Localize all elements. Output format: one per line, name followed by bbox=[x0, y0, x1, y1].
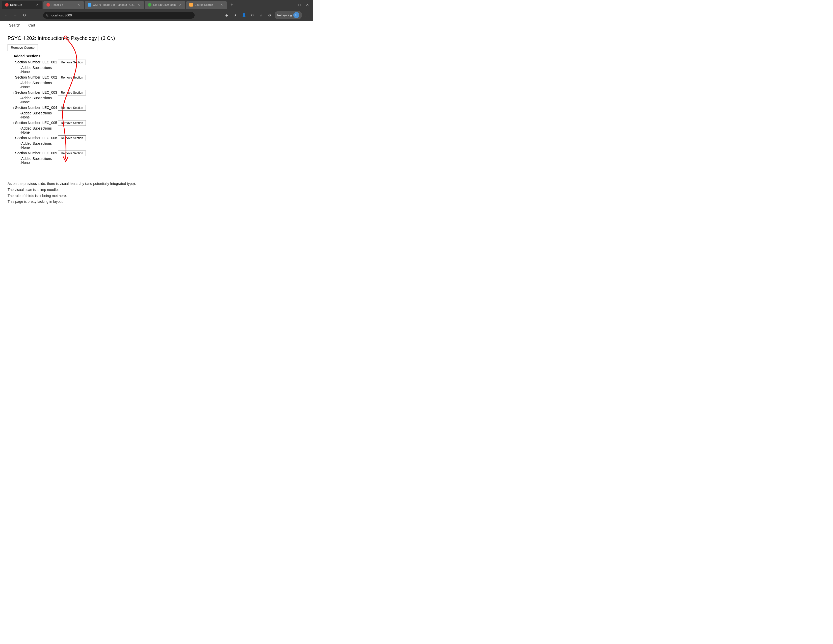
subsections-006: Added Subsections bbox=[13, 142, 306, 145]
reload-button[interactable]: ↻ bbox=[21, 11, 28, 19]
tab-cs571[interactable]: CS571_React 1 β_Handout - Go... ✕ bbox=[85, 1, 144, 9]
section-number-label-001: Section Number: LEC_001 bbox=[15, 60, 58, 64]
none-list-001: None bbox=[13, 70, 306, 74]
bookmark-button[interactable]: ★ bbox=[232, 11, 239, 19]
subsections-004: Added Subsections bbox=[13, 111, 306, 115]
extensions-button[interactable]: ◆ bbox=[223, 11, 230, 19]
menu-button[interactable]: … bbox=[304, 11, 310, 19]
tab-favicon-5 bbox=[189, 3, 193, 6]
minimize-button[interactable]: ─ bbox=[288, 1, 295, 8]
tab-label-5: Course Search bbox=[195, 3, 218, 6]
section-number-label-006: Section Number: LEC_006 bbox=[15, 136, 58, 140]
annotation-line-4: This page is pretty lacking in layout. bbox=[8, 199, 306, 205]
none-list-006: None bbox=[13, 145, 306, 150]
section-item-005: Section Number: LEC_005 Remove Section A… bbox=[13, 120, 306, 134]
app-tabs: Search Cart bbox=[0, 21, 313, 30]
new-tab-button[interactable]: + bbox=[228, 1, 236, 9]
tab-close-5[interactable]: ✕ bbox=[220, 3, 224, 6]
subsections-005: Added Subsections bbox=[13, 126, 306, 130]
none-item-009: None bbox=[20, 161, 306, 165]
none-list-005: None bbox=[13, 130, 306, 134]
browser-titlebar: React 1 β ✕ React 1 α ✕ CS571_React 1 β_… bbox=[0, 0, 313, 10]
remove-section-button-006[interactable]: Remove Section bbox=[58, 135, 86, 141]
section-item-002: Section Number: LEC_002 Remove Section A… bbox=[13, 75, 306, 89]
subsections-009: Added Subsections bbox=[13, 156, 306, 161]
tab-react-alpha[interactable]: React 1 α ✕ bbox=[43, 1, 84, 9]
tab-react-beta[interactable]: React 1 β ✕ bbox=[2, 1, 42, 9]
tab-github[interactable]: GitHub Classroom ✕ bbox=[145, 1, 185, 9]
section-number-label-004: Section Number: LEC_004 bbox=[15, 106, 58, 109]
remove-section-button-001[interactable]: Remove Section bbox=[58, 60, 86, 65]
section-number-label-005: Section Number: LEC_005 bbox=[15, 121, 58, 125]
section-item-009: Section Number: LEC_009 Remove Section A… bbox=[13, 151, 306, 165]
added-subsections-label-006: Added Subsections bbox=[20, 142, 306, 145]
forward-button[interactable]: → bbox=[11, 11, 19, 19]
browser-chrome: React 1 β ✕ React 1 α ✕ CS571_React 1 β_… bbox=[0, 0, 313, 21]
annotation-section: As on the previous slide, there is visua… bbox=[0, 181, 313, 205]
added-subsections-label-001: Added Subsections bbox=[20, 66, 306, 70]
tab-course-search[interactable]: Course Search ✕ bbox=[186, 1, 227, 9]
address-bar[interactable]: ⓘ localhost:3000 bbox=[43, 12, 195, 19]
tab-favicon-3 bbox=[88, 3, 92, 6]
section-item-001: Section Number: LEC_001 Remove Section A… bbox=[13, 60, 306, 74]
profile-button[interactable]: 👤 bbox=[240, 11, 248, 19]
close-button[interactable]: ✕ bbox=[304, 1, 311, 8]
tab-label-3: CS571_React 1 β_Handout - Go... bbox=[93, 3, 135, 6]
added-subsections-label-004: Added Subsections bbox=[20, 111, 306, 115]
browser-addressbar: ← → ↻ ⓘ localhost:3000 ◆ ★ 👤 ↻ ☆ ⚙ Not s… bbox=[0, 10, 313, 21]
remove-course-button[interactable]: Remove Course bbox=[8, 44, 38, 51]
tab-close-2[interactable]: ✕ bbox=[77, 3, 81, 6]
tab-favicon-4 bbox=[148, 3, 151, 6]
none-item-004: None bbox=[20, 115, 306, 119]
annotation-line-2: The visual scan is a limp noodle. bbox=[8, 187, 306, 193]
tab-close-1[interactable]: ✕ bbox=[35, 3, 39, 6]
none-list-009: None bbox=[13, 161, 306, 165]
none-list-004: None bbox=[13, 115, 306, 119]
back-button[interactable]: ← bbox=[3, 11, 10, 19]
tab-search[interactable]: Search bbox=[5, 21, 24, 30]
section-number-label-003: Section Number: LEC_003 bbox=[15, 90, 58, 95]
section-item-003: Section Number: LEC_003 Remove Section A… bbox=[13, 90, 306, 104]
added-sections-label: Added Sections: bbox=[8, 54, 306, 58]
refresh-button[interactable]: ↻ bbox=[249, 11, 256, 19]
remove-section-button-005[interactable]: Remove Section bbox=[58, 120, 86, 126]
section-number-label-002: Section Number: LEC_002 bbox=[15, 75, 58, 79]
remove-section-button-003[interactable]: Remove Section bbox=[58, 90, 86, 95]
added-subsections-label-009: Added Subsections bbox=[20, 156, 306, 161]
lock-icon: ⓘ bbox=[46, 13, 49, 18]
tab-label-2: React 1 α bbox=[51, 3, 75, 6]
none-item-003: None bbox=[20, 100, 306, 104]
remove-section-button-009[interactable]: Remove Section bbox=[58, 151, 86, 156]
not-syncing-button[interactable]: Not syncing U bbox=[275, 11, 302, 19]
tab-close-4[interactable]: ✕ bbox=[178, 3, 182, 6]
remove-section-button-004[interactable]: Remove Section bbox=[58, 105, 86, 111]
section-item-006: Section Number: LEC_006 Remove Section A… bbox=[13, 135, 306, 150]
tab-label-1: React 1 β bbox=[10, 3, 34, 6]
maximize-button[interactable]: □ bbox=[296, 1, 303, 8]
extensions2-button[interactable]: ⚙ bbox=[266, 11, 273, 19]
section-number-label-009: Section Number: LEC_009 bbox=[15, 151, 58, 155]
none-item-002: None bbox=[20, 85, 306, 89]
tab-cart[interactable]: Cart bbox=[24, 21, 39, 30]
subsections-001: Added Subsections bbox=[13, 66, 306, 70]
star-button[interactable]: ☆ bbox=[257, 11, 265, 19]
none-item-001: None bbox=[20, 70, 306, 74]
remove-section-button-002[interactable]: Remove Section bbox=[58, 75, 86, 80]
window-controls: ─ □ ✕ bbox=[288, 1, 311, 8]
tab-label-4: GitHub Classroom bbox=[153, 3, 177, 6]
user-avatar: U bbox=[293, 12, 299, 18]
added-subsections-label-002: Added Subsections bbox=[20, 81, 306, 85]
subsections-003: Added Subsections bbox=[13, 96, 306, 100]
tab-close-3[interactable]: ✕ bbox=[137, 3, 141, 6]
main-content: PSYCH 202: Introduction to Psychology | … bbox=[0, 30, 313, 171]
tab-favicon-2 bbox=[47, 3, 50, 6]
none-list-003: None bbox=[13, 100, 306, 104]
address-text: localhost:3000 bbox=[51, 13, 72, 17]
none-item-006: None bbox=[20, 145, 306, 150]
added-subsections-label-003: Added Subsections bbox=[20, 96, 306, 100]
annotation-line-3: The rule of thirds isn't being met here. bbox=[8, 193, 306, 199]
annotation-line-1: As on the previous slide, there is visua… bbox=[8, 181, 306, 187]
none-item-005: None bbox=[20, 130, 306, 134]
tab-favicon-1 bbox=[5, 3, 9, 6]
subsections-002: Added Subsections bbox=[13, 81, 306, 85]
